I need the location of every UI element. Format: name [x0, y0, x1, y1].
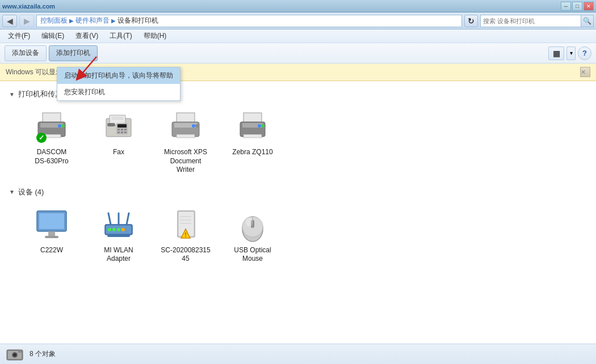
svg-rect-18	[117, 132, 120, 133]
svg-text:✓: ✓	[39, 134, 44, 142]
search-input[interactable]	[481, 18, 581, 24]
minimize-button[interactable]: ─	[561, 2, 571, 11]
svg-point-45	[117, 228, 120, 231]
svg-rect-35	[39, 213, 64, 229]
search-icon-wrap[interactable]: 🔍	[581, 15, 593, 27]
printer-zebra[interactable]: Zebra ZQ110	[221, 106, 284, 178]
svg-rect-47	[107, 235, 130, 237]
zebra-svg	[234, 112, 271, 143]
svg-rect-17	[124, 129, 127, 130]
svg-rect-20	[124, 132, 127, 133]
window-title: www.xiazaila.com	[2, 3, 561, 10]
svg-line-42	[127, 213, 129, 225]
printer-zebra-icon	[234, 109, 271, 146]
printer-fax-label: Fax	[113, 148, 124, 157]
mouse-svg	[234, 209, 271, 243]
printers-collapse-button[interactable]: ▼	[9, 91, 15, 98]
svg-point-33	[261, 124, 265, 128]
svg-point-5	[58, 124, 61, 128]
maximize-button[interactable]: □	[572, 2, 582, 11]
svg-point-46	[121, 228, 125, 231]
svg-point-44	[112, 228, 116, 231]
printer-dascom[interactable]: ✓ DASCOMDS-630Pro	[20, 106, 83, 178]
device-mouse-icon	[234, 208, 271, 244]
address-bar: ◀ ▶ 控制面板 ▶ 硬件和声音 ▶ 设备和打印机 ↻ 🔍	[0, 12, 596, 29]
menu-help[interactable]: 帮助(H)	[140, 30, 170, 42]
menu-tools[interactable]: 工具(T)	[106, 30, 135, 42]
svg-rect-14	[117, 124, 127, 128]
device-storage-label: SC-202008231545	[161, 246, 210, 264]
dropdown-tooltip[interactable]: 启动添加打印机向导，该向导将帮助 您安装打印机	[57, 67, 181, 101]
device-monitor-icon	[33, 208, 70, 244]
printer-fax[interactable]: Fax	[87, 106, 150, 178]
breadcrumb-item-3[interactable]: 设备和打印机	[117, 16, 158, 26]
device-storage-icon: !	[167, 208, 204, 244]
add-printer-button[interactable]: 添加打印机	[49, 45, 98, 61]
devices-section-title: 设备 (4)	[18, 187, 44, 197]
menu-file[interactable]: 文件(F)	[5, 30, 33, 42]
tooltip-item-2[interactable]: 您安装打印机	[57, 84, 180, 100]
svg-point-63	[13, 353, 16, 357]
breadcrumb-item-2[interactable]: 硬件和声音	[75, 16, 110, 26]
svg-rect-31	[244, 134, 262, 138]
breadcrumb-item-1[interactable]: 控制面板	[40, 16, 68, 26]
printer-xps-label: Microsoft XPSDocumentWriter	[164, 148, 207, 175]
breadcrumb-path[interactable]: 控制面板 ▶ 硬件和声音 ▶ 设备和打印机	[36, 15, 462, 27]
view-toggle-button[interactable]: ▦	[548, 46, 564, 60]
printers-grid: ✓ DASCOMDS-630Pro	[20, 106, 587, 178]
toolbar: 添加设备 添加打印机 ▦ ▾ ?	[0, 43, 596, 64]
refresh-icon: ↻	[468, 16, 475, 26]
svg-rect-25	[177, 134, 195, 138]
menu-edit[interactable]: 编辑(E)	[38, 30, 68, 42]
device-mouse[interactable]: USB OpticalMouse	[221, 204, 284, 267]
add-device-button[interactable]: 添加设备	[5, 45, 47, 61]
svg-rect-37	[45, 236, 58, 238]
menu-bar: 文件(F) 编辑(E) 查看(V) 工具(T) 帮助(H)	[0, 29, 596, 43]
svg-point-43	[108, 228, 111, 231]
search-box[interactable]: 🔍	[480, 15, 594, 27]
printer-xps-icon	[167, 109, 204, 146]
refresh-button[interactable]: ↻	[464, 15, 478, 27]
svg-point-26	[192, 124, 195, 128]
printer-zebra-label: Zebra ZQ110	[232, 148, 272, 157]
tooltip-item-1[interactable]: 启动添加打印机向导，该向导将帮助	[57, 67, 180, 84]
device-storage[interactable]: ! SC-202008231545	[154, 204, 217, 267]
svg-point-59	[246, 218, 253, 227]
window-controls: ─ □ ✕	[561, 2, 594, 11]
device-router[interactable]: MI WLANAdapter	[87, 204, 150, 267]
menu-view[interactable]: 查看(V)	[72, 30, 102, 42]
svg-rect-15	[117, 129, 120, 130]
svg-point-32	[258, 124, 261, 128]
svg-line-40	[108, 213, 111, 225]
notification-close-button[interactable]: ✕	[580, 67, 590, 77]
devices-section-header: ▼ 设备 (4)	[9, 187, 587, 197]
main-content: ▼ 打印机和传真 (4) ✓	[0, 81, 596, 308]
title-bar: www.xiazaila.com ─ □ ✕	[0, 0, 596, 12]
close-button[interactable]: ✕	[584, 2, 594, 11]
search-icon: 🔍	[583, 17, 591, 25]
devices-grid: C222W	[20, 204, 587, 267]
printer-xps[interactable]: Microsoft XPSDocumentWriter	[154, 106, 217, 178]
help-button[interactable]: ?	[578, 46, 591, 60]
view-dropdown-button[interactable]: ▾	[566, 46, 576, 60]
svg-point-27	[195, 124, 199, 128]
printer-dascom-icon: ✓	[33, 109, 70, 146]
back-button[interactable]: ◀	[2, 15, 17, 27]
camera-svg	[6, 346, 24, 362]
status-camera-icon	[6, 346, 24, 362]
device-mouse-label: USB OpticalMouse	[234, 246, 271, 264]
device-router-label: MI WLANAdapter	[104, 246, 133, 264]
router-svg	[100, 209, 137, 243]
xps-svg	[167, 112, 204, 143]
svg-text:!: !	[184, 231, 187, 238]
forward-button[interactable]: ▶	[19, 15, 34, 27]
status-bar: 8 个对象	[0, 344, 596, 364]
breadcrumb-arrow-1: ▶	[69, 18, 74, 24]
svg-rect-64	[18, 350, 22, 353]
device-monitor[interactable]: C222W	[20, 204, 83, 267]
devices-collapse-button[interactable]: ▼	[9, 189, 15, 195]
device-monitor-label: C222W	[40, 246, 63, 255]
svg-rect-21	[107, 123, 115, 126]
svg-point-6	[61, 124, 65, 128]
printer-fax-icon	[100, 109, 137, 146]
